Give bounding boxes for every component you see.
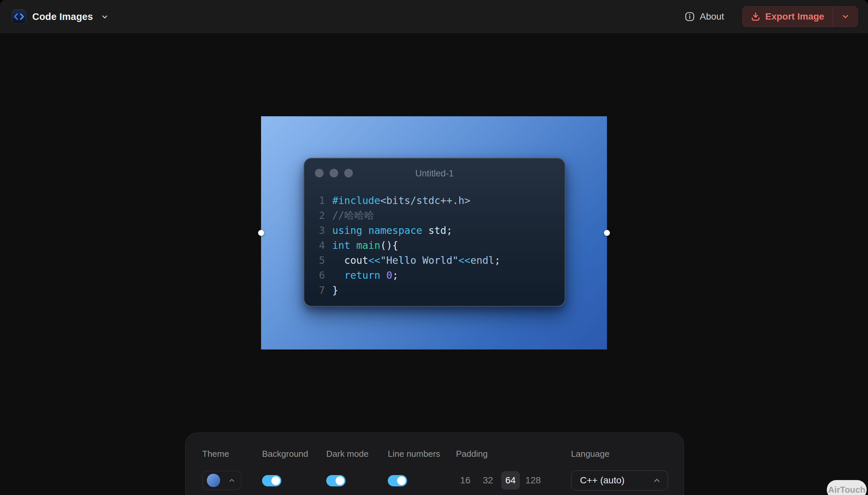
about-button[interactable]: About — [684, 0, 724, 33]
code-window[interactable]: Untitled-1 1#include<bits/stdc++.h>2//哈哈… — [304, 158, 566, 307]
airtouch-badge[interactable]: AirTouch — [827, 480, 867, 495]
image-canvas[interactable]: Untitled-1 1#include<bits/stdc++.h>2//哈哈… — [261, 116, 607, 349]
line-number: 5 — [304, 255, 325, 266]
line-number: 6 — [304, 269, 325, 281]
settings-panel: Theme Background Dark mode Line numbers … — [185, 432, 684, 495]
padding-option-128[interactable]: 128 — [524, 471, 542, 490]
toggle-knob — [335, 476, 344, 485]
info-icon — [684, 11, 695, 22]
about-label: About — [700, 11, 724, 22]
line-number: 3 — [304, 225, 325, 236]
line-number: 2 — [304, 210, 325, 221]
language-select[interactable]: C++ (auto) — [571, 471, 668, 490]
chevron-up-icon — [653, 476, 661, 485]
download-icon — [751, 12, 760, 22]
padding-option-64[interactable]: 64 — [501, 471, 520, 490]
window-title[interactable]: Untitled-1 — [304, 168, 565, 179]
line-numbers-label: Line numbers — [388, 449, 440, 459]
code-text: //哈哈哈 — [332, 209, 374, 222]
title-menu-button[interactable] — [101, 13, 109, 21]
dark-mode-toggle[interactable] — [326, 475, 346, 487]
code-text: } — [332, 284, 338, 296]
code-line: 3using namespace std; — [304, 223, 565, 238]
app-logo[interactable] — [12, 9, 26, 24]
chevron-down-icon — [841, 12, 850, 21]
theme-label: Theme — [202, 449, 229, 459]
code-brackets-icon — [13, 13, 24, 21]
line-number: 7 — [304, 284, 325, 296]
theme-selector[interactable] — [202, 471, 242, 490]
language-label: Language — [571, 449, 610, 459]
line-number: 1 — [304, 195, 325, 206]
resize-handle-right[interactable] — [604, 230, 610, 236]
theme-color-swatch — [207, 474, 220, 487]
line-number: 4 — [304, 240, 325, 251]
code-text: int main(){ — [332, 240, 398, 251]
padding-option-16[interactable]: 16 — [456, 471, 475, 490]
padding-options: 163264128 — [456, 471, 542, 490]
padding-option-32[interactable]: 32 — [478, 471, 497, 490]
code-text: #include<bits/stdc++.h> — [332, 195, 470, 206]
resize-handle-left[interactable] — [258, 230, 264, 236]
toggle-knob — [272, 476, 280, 485]
line-numbers-toggle[interactable] — [388, 475, 407, 487]
page-title: Code Images — [32, 0, 93, 33]
background-toggle[interactable] — [262, 475, 281, 487]
toggle-knob — [397, 476, 406, 485]
code-line: 4int main(){ — [304, 238, 565, 253]
chevron-up-icon — [228, 476, 236, 484]
code-line: 7} — [304, 283, 565, 298]
export-split-button: Export Image — [742, 6, 858, 27]
code-line: 5 cout<<"Hello World"<<endl; — [304, 253, 565, 268]
dark-mode-label: Dark mode — [326, 449, 369, 459]
code-line: 2//哈哈哈 — [304, 208, 565, 223]
background-label: Background — [262, 449, 308, 459]
language-value: C++ (auto) — [580, 475, 625, 486]
app-window: Code Images About Export Image — [0, 0, 868, 495]
code-line: 6 return 0; — [304, 268, 565, 283]
code-text: using namespace std; — [332, 225, 452, 236]
export-options-button[interactable] — [833, 7, 858, 27]
export-label: Export Image — [765, 11, 824, 22]
padding-label: Padding — [456, 449, 488, 459]
chevron-down-icon — [101, 13, 109, 21]
export-image-button[interactable]: Export Image — [743, 7, 833, 27]
top-bar: Code Images About Export Image — [0, 0, 868, 33]
code-text: cout<<"Hello World"<<endl; — [332, 255, 501, 266]
code-text: return 0; — [332, 269, 398, 281]
code-line: 1#include<bits/stdc++.h> — [304, 193, 565, 208]
code-editor[interactable]: 1#include<bits/stdc++.h>2//哈哈哈3using nam… — [304, 193, 565, 298]
